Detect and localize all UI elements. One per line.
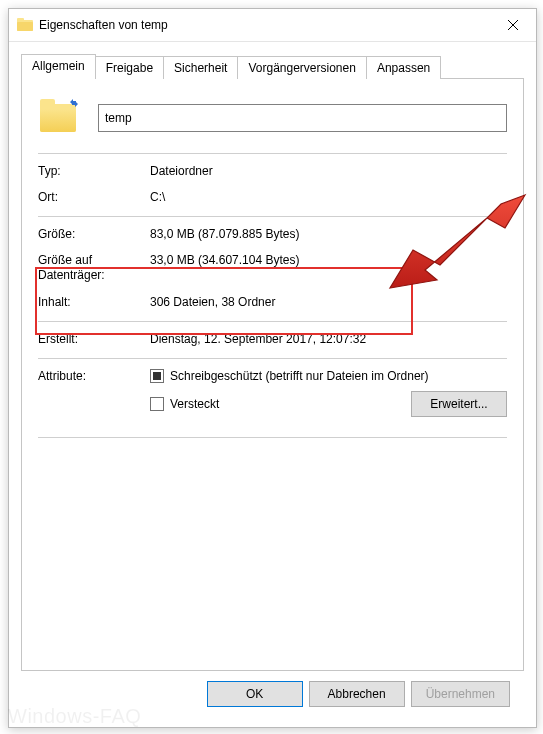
divider bbox=[38, 321, 507, 322]
created-label: Erstellt: bbox=[38, 332, 150, 346]
cancel-button[interactable]: Abbrechen bbox=[309, 681, 405, 707]
divider bbox=[38, 437, 507, 438]
apply-button[interactable]: Übernehmen bbox=[411, 681, 510, 707]
size-value: 83,0 MB (87.079.885 Bytes) bbox=[150, 227, 507, 241]
tab-general[interactable]: Allgemein bbox=[21, 54, 96, 79]
folder-name-input[interactable] bbox=[98, 104, 507, 132]
divider bbox=[38, 358, 507, 359]
contents-value: 306 Dateien, 38 Ordner bbox=[150, 295, 507, 309]
created-value: Dienstag, 12. September 2017, 12:07:32 bbox=[150, 332, 507, 346]
folder-icon bbox=[17, 17, 33, 33]
window-title: Eigenschaften von temp bbox=[39, 18, 168, 32]
titlebar: Eigenschaften von temp bbox=[9, 9, 536, 42]
divider bbox=[38, 216, 507, 217]
size-on-disk-label: Größe auf Datenträger: bbox=[38, 253, 150, 283]
readonly-label: Schreibgeschützt (betrifft nur Dateien i… bbox=[170, 369, 429, 383]
tab-sharing[interactable]: Freigabe bbox=[95, 56, 164, 79]
readonly-checkbox[interactable] bbox=[150, 369, 164, 383]
location-label: Ort: bbox=[38, 190, 150, 204]
close-button[interactable] bbox=[490, 9, 536, 41]
hidden-checkbox[interactable] bbox=[150, 397, 164, 411]
attributes-label: Attribute: bbox=[38, 369, 150, 425]
location-value: C:\ bbox=[150, 190, 507, 204]
dialog-button-bar: OK Abbrechen Übernehmen bbox=[21, 671, 524, 719]
tab-customize[interactable]: Anpassen bbox=[366, 56, 441, 79]
tab-security[interactable]: Sicherheit bbox=[163, 56, 238, 79]
divider bbox=[38, 153, 507, 154]
ok-button[interactable]: OK bbox=[207, 681, 303, 707]
tab-panel-general: Typ: Dateiordner Ort: C:\ Größe: 83,0 MB… bbox=[21, 78, 524, 671]
type-label: Typ: bbox=[38, 164, 150, 178]
type-value: Dateiordner bbox=[150, 164, 507, 178]
folder-large-icon bbox=[38, 97, 80, 139]
properties-dialog: Eigenschaften von temp Allgemein Freigab… bbox=[8, 8, 537, 728]
hidden-label: Versteckt bbox=[170, 397, 219, 411]
tab-previous-versions[interactable]: Vorgängerversionen bbox=[237, 56, 366, 79]
advanced-button[interactable]: Erweitert... bbox=[411, 391, 507, 417]
size-on-disk-value: 33,0 MB (34.607.104 Bytes) bbox=[150, 253, 507, 283]
contents-label: Inhalt: bbox=[38, 295, 150, 309]
size-label: Größe: bbox=[38, 227, 150, 241]
tab-strip: Allgemein Freigabe Sicherheit Vorgängerv… bbox=[21, 54, 524, 78]
close-icon bbox=[507, 19, 519, 31]
dialog-body: Allgemein Freigabe Sicherheit Vorgängerv… bbox=[9, 42, 536, 727]
